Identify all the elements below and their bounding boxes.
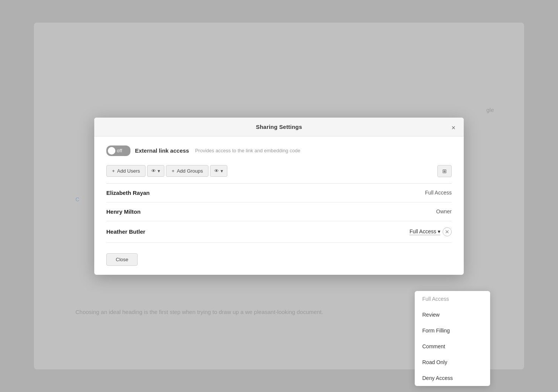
- users-visibility-button[interactable]: 👁 ▾: [147, 165, 164, 177]
- page-background: gle C Choosing an ideal heading is the f…: [34, 23, 524, 369]
- user-access-elizabeth: Full Access: [425, 190, 452, 196]
- plus-icon-users: +: [112, 168, 115, 174]
- toggle-row: off External link access Provides access…: [106, 145, 452, 156]
- groups-visibility-button[interactable]: 👁 ▾: [210, 165, 227, 177]
- add-groups-button[interactable]: + Add Groups: [166, 165, 208, 177]
- remove-icon: ✕: [445, 229, 449, 234]
- dropdown-item-form-filling[interactable]: Form Filling: [415, 323, 490, 338]
- add-groups-label: Add Groups: [177, 168, 203, 174]
- link-icon: ⊞: [442, 168, 447, 174]
- heather-remove-button[interactable]: ✕: [443, 227, 452, 236]
- user-list: Elizabeth Rayan Full Access Henry Milton…: [106, 183, 452, 243]
- toggle-state-label: off: [117, 148, 122, 153]
- groups-dropdown-arrow: ▾: [221, 168, 223, 174]
- heather-access-dropdown: Full Access ▾ ✕: [409, 227, 452, 236]
- action-row: + Add Users 👁 ▾ + Add Groups 👁 ▾: [106, 165, 452, 177]
- toggle-knob: [108, 147, 115, 155]
- external-link-toggle[interactable]: off: [106, 145, 130, 156]
- table-row: Elizabeth Rayan Full Access: [106, 184, 452, 202]
- modal-close-button[interactable]: ×: [450, 123, 457, 133]
- add-users-button[interactable]: + Add Users: [106, 165, 146, 177]
- sharing-settings-modal: Sharing Settings × off External link acc…: [94, 118, 464, 275]
- external-link-title: External link access: [135, 147, 189, 154]
- user-access-henry: Owner: [436, 208, 452, 214]
- access-dropdown-menu: Full Access Review Form Filling Comment …: [415, 291, 490, 386]
- table-row: Heather Butler Full Access ▾ ✕: [106, 221, 452, 243]
- eye-icon-users: 👁: [151, 168, 156, 174]
- dropdown-item-comment[interactable]: Comment: [415, 338, 490, 354]
- user-name-elizabeth: Elizabeth Rayan: [106, 190, 150, 196]
- modal-footer: Close: [94, 253, 464, 275]
- users-dropdown-arrow: ▾: [158, 168, 160, 174]
- modal-title: Sharing Settings: [256, 124, 302, 130]
- dropdown-item-full-access[interactable]: Full Access: [415, 291, 490, 307]
- modal-overlay: Sharing Settings × off External link acc…: [34, 23, 524, 369]
- heather-access-button[interactable]: Full Access ▾: [409, 228, 440, 235]
- add-users-label: Add Users: [117, 168, 140, 174]
- table-row: Henry Milton Owner: [106, 202, 452, 221]
- external-link-description: Provides access to the link and embeddin…: [195, 148, 300, 153]
- chevron-down-icon: ▾: [438, 228, 440, 234]
- user-name-henry: Henry Milton: [106, 208, 141, 215]
- heather-access-label: Full Access: [409, 228, 436, 234]
- modal-header: Sharing Settings ×: [94, 118, 464, 136]
- user-name-heather: Heather Butler: [106, 228, 145, 235]
- dropdown-item-deny-access[interactable]: Deny Access: [415, 370, 490, 386]
- dropdown-item-road-only[interactable]: Road Only: [415, 354, 490, 370]
- dropdown-item-review[interactable]: Review: [415, 307, 490, 323]
- close-modal-button[interactable]: Close: [106, 253, 138, 266]
- plus-icon-groups: +: [172, 168, 175, 174]
- eye-icon-groups: 👁: [214, 168, 219, 174]
- modal-body: off External link access Provides access…: [94, 136, 464, 253]
- link-embed-button[interactable]: ⊞: [437, 165, 452, 177]
